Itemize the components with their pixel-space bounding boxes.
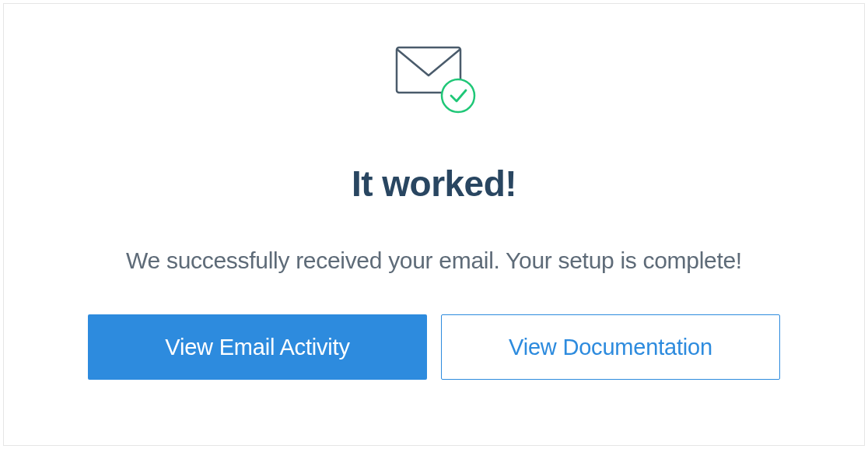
envelope-check-icon bbox=[387, 43, 481, 120]
view-email-activity-button[interactable]: View Email Activity bbox=[88, 314, 427, 380]
success-heading: It worked! bbox=[352, 163, 516, 205]
button-row: View Email Activity View Documentation bbox=[88, 314, 780, 380]
success-card: It worked! We successfully received your… bbox=[3, 3, 865, 446]
success-subtext: We successfully received your email. You… bbox=[126, 247, 742, 274]
view-documentation-button[interactable]: View Documentation bbox=[441, 314, 780, 380]
svg-point-1 bbox=[442, 79, 474, 112]
